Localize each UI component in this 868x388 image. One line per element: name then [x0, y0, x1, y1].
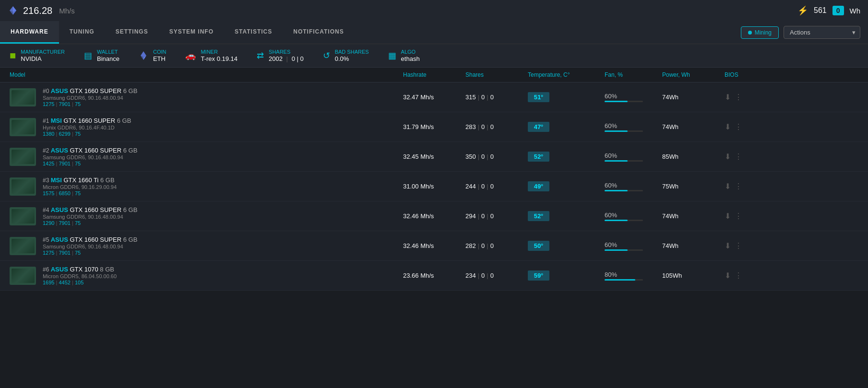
fan-percent: 60% — [605, 182, 617, 189]
gpu-name-area: #6 ASUS GTX 1070 8 GB Micron GDDR5, 86.0… — [43, 266, 117, 285]
table-row: #2 ASUS GTX 1660 SUPER 6 GB Samsung GDDR… — [0, 142, 868, 172]
fan-bar-fill — [605, 190, 628, 191]
table-row: #0 ASUS GTX 1660 SUPER 6 GB Samsung GDDR… — [0, 82, 868, 112]
tab-statistics[interactable]: STATISTICS — [224, 21, 283, 44]
gpu-table: #0 ASUS GTX 1660 SUPER 6 GB Samsung GDDR… — [0, 82, 868, 291]
gpu-info: #4 ASUS GTX 1660 SUPER 6 GB Samsung GDDR… — [10, 206, 403, 226]
gpu-params: 1275 | 7901 | 75 — [43, 101, 137, 107]
hashrate-value: 31.00 Mh/s — [403, 183, 465, 190]
gpu-brand: ASUS — [51, 206, 70, 213]
hashrate-value: 32.46 Mh/s — [403, 212, 465, 220]
nvidia-icon: ■ — [10, 49, 16, 62]
table-row: #4 ASUS GTX 1660 SUPER 6 GB Samsung GDDR… — [0, 201, 868, 231]
info-row: ■ Manufacturer NVIDIA ▤ Wallet Binance C… — [0, 44, 868, 68]
gpu-vram: 6 GB — [123, 147, 138, 154]
gpu-name-area: #0 ASUS GTX 1660 SUPER 6 GB Samsung GDDR… — [43, 87, 137, 107]
temperature-value: 49° — [528, 181, 605, 191]
fan-bar-fill — [605, 160, 628, 162]
gpu-image — [10, 207, 36, 225]
shares-good: 350 — [465, 153, 476, 160]
shares-value: 294 | 0 | 0 — [465, 212, 528, 220]
info-coin: Coin ETH — [139, 49, 166, 62]
nav-bar: HARDWARE TUNING SETTINGS SYSTEM INFO STA… — [0, 21, 868, 44]
top-bar-left: 216.28 Mh/s — [8, 5, 75, 16]
download-icon[interactable]: ⬇ — [725, 122, 731, 131]
mining-button[interactable]: Mining — [741, 26, 779, 39]
gpu-image — [10, 177, 36, 196]
shares-good: 282 — [465, 242, 476, 249]
tab-hardware[interactable]: HARDWARE — [0, 21, 59, 44]
shares-value: 282 | 0 | 0 — [465, 242, 528, 249]
gpu-brand: ASUS — [51, 236, 70, 243]
coin-value: ETH — [153, 55, 166, 62]
download-icon[interactable]: ⬇ — [725, 152, 731, 161]
gpu-sub: Samsung GDDR6, 90.16.48.00.94 — [43, 95, 137, 101]
shares-inv: 0 — [481, 183, 485, 190]
shares-good: 315 — [465, 94, 476, 101]
gpu-sub: Micron GDDR6, 90.16.29.00.94 — [43, 184, 117, 190]
gpu-brand: MSI — [51, 176, 64, 184]
fan-bar-fill — [605, 130, 628, 132]
gpu-info: #3 MSI GTX 1660 Ti 6 GB Micron GDDR6, 90… — [10, 176, 403, 196]
more-options-icon[interactable]: ⋮ — [735, 271, 742, 280]
wallet-icon: ▤ — [84, 50, 92, 61]
info-shares: ⇄ Shares 2002 | 0 | 0 — [257, 49, 304, 62]
more-options-icon[interactable]: ⋮ — [735, 182, 742, 191]
more-options-icon[interactable]: ⋮ — [735, 152, 742, 161]
fan-bar-bg — [605, 130, 643, 132]
hashrate-value: 23.66 Mh/s — [403, 272, 465, 279]
shares-value: 244 | 0 | 0 — [465, 183, 528, 190]
gpu-number: #0 — [43, 88, 51, 94]
gpu-params: 1380 | 6299 | 75 — [43, 131, 131, 137]
gpu-name-area: #5 ASUS GTX 1660 SUPER 6 GB Samsung GDDR… — [43, 236, 137, 256]
more-options-icon[interactable]: ⋮ — [735, 122, 742, 131]
mining-status-dot — [748, 31, 752, 35]
fan-percent: 60% — [605, 212, 617, 219]
download-icon[interactable]: ⬇ — [725, 93, 731, 102]
power-number: 561 — [814, 6, 827, 15]
gpu-name-area: #1 MSI GTX 1660 SUPER 6 GB Hynix GDDR6, … — [43, 117, 131, 137]
shares-value: 234 | 0 | 0 — [465, 272, 528, 279]
temp-number: 50° — [528, 241, 549, 251]
more-options-icon[interactable]: ⋮ — [735, 93, 742, 102]
table-row: #5 ASUS GTX 1660 SUPER 6 GB Samsung GDDR… — [0, 231, 868, 261]
miner-icon: 🚗 — [185, 50, 196, 61]
row-actions: ⬇ ⋮ — [725, 212, 763, 221]
hashrate-value: 32.46 Mh/s — [403, 242, 465, 249]
download-icon[interactable]: ⬇ — [725, 271, 731, 280]
shares-value: 2002 | 0 | 0 — [269, 55, 304, 62]
more-options-icon[interactable]: ⋮ — [735, 212, 742, 221]
col-power: Power, Wh — [662, 71, 725, 78]
gpu-sub: Samsung GDDR6, 90.16.48.00.94 — [43, 244, 137, 249]
tab-tuning[interactable]: TUNING — [59, 21, 105, 44]
actions-select[interactable]: Actions — [784, 26, 860, 39]
table-row: #6 ASUS GTX 1070 8 GB Micron GDDR5, 86.0… — [0, 261, 868, 291]
more-options-icon[interactable]: ⋮ — [735, 241, 742, 250]
tab-settings[interactable]: SETTINGS — [105, 21, 159, 44]
gpu-number: #5 — [43, 236, 51, 243]
download-icon[interactable]: ⬇ — [725, 182, 731, 191]
hashrate-value: 31.79 Mh/s — [403, 123, 465, 130]
gpu-sub: Micron GDDR5, 86.04.50.00.60 — [43, 273, 117, 279]
gpu-brand: ASUS — [51, 147, 70, 154]
gpu-sub: Samsung GDDR6, 90.16.48.00.94 — [43, 214, 137, 220]
tab-notifications[interactable]: NOTIFICATIONS — [283, 21, 354, 44]
download-icon[interactable]: ⬇ — [725, 212, 731, 221]
info-manufacturer: ■ Manufacturer NVIDIA — [10, 49, 65, 62]
row-actions: ⬇ ⋮ — [725, 93, 763, 102]
gpu-brand: ASUS — [51, 266, 70, 273]
power-value: 85Wh — [662, 153, 725, 160]
fan-value: 60% — [605, 122, 662, 132]
main-hashrate: 216.28 — [23, 5, 52, 16]
fan-value: 60% — [605, 182, 662, 191]
shares-stale: 0 — [490, 272, 494, 279]
tab-system-info[interactable]: SYSTEM INFO — [159, 21, 224, 44]
col-fan: Fan, % — [605, 71, 662, 78]
manufacturer-label: Manufacturer — [21, 49, 65, 55]
temperature-value: 50° — [528, 241, 605, 251]
shares-label: Shares — [269, 49, 304, 55]
fan-bar-fill — [605, 220, 628, 221]
download-icon[interactable]: ⬇ — [725, 241, 731, 250]
top-bar-right: ⚡ 561 0 Wh — [797, 5, 860, 16]
shares-value: 283 | 0 | 0 — [465, 123, 528, 130]
